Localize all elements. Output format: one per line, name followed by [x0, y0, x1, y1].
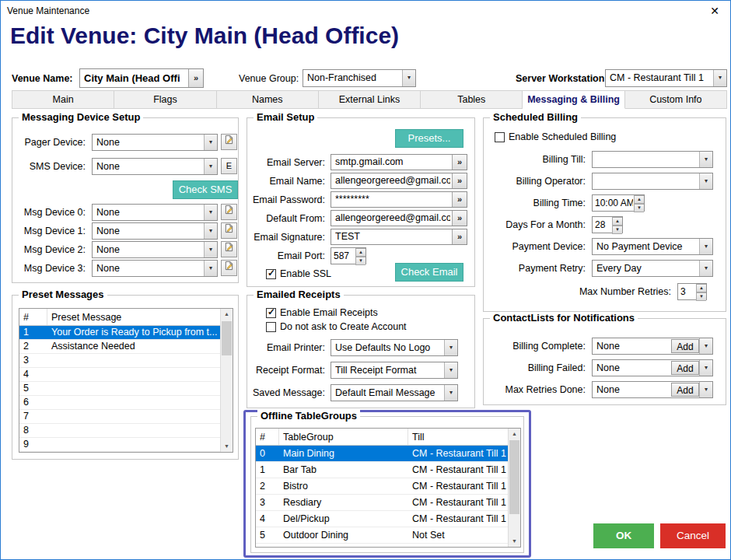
- receipt-format-select[interactable]: Till Receipt Format ▾: [331, 362, 458, 379]
- table-row[interactable]: 2Assistance Needed: [19, 340, 220, 354]
- payment-retry-select[interactable]: Every Day ▾: [592, 260, 713, 277]
- add-button[interactable]: Add: [671, 361, 699, 375]
- table-row[interactable]: 0Main DiningCM - Restaurant Till 1: [256, 446, 508, 462]
- expand-field-icon[interactable]: »: [452, 211, 467, 226]
- column-header-num[interactable]: #: [19, 309, 47, 325]
- expand-field-icon[interactable]: »: [452, 229, 467, 244]
- msg-device-3-select[interactable]: None ▾: [92, 260, 218, 277]
- spin-up-icon[interactable]: ▲: [634, 195, 644, 204]
- edit-message-icon-button[interactable]: [221, 260, 237, 276]
- scroll-thumb[interactable]: [509, 440, 519, 514]
- default-from-input[interactable]: allengeorgereed@gmail.co »: [331, 210, 467, 226]
- billing-time-spinner[interactable]: 10:00 AM ▲▼: [592, 194, 645, 212]
- ok-button[interactable]: OK: [593, 523, 654, 548]
- spin-down-icon[interactable]: ▼: [612, 226, 622, 234]
- expand-field-icon[interactable]: »: [452, 173, 467, 188]
- tab-names[interactable]: Names: [217, 90, 319, 109]
- spin-down-icon[interactable]: ▼: [355, 257, 366, 265]
- table-row[interactable]: 3: [19, 354, 220, 368]
- email-password-input[interactable]: ********* »: [331, 191, 467, 208]
- venue-name-input[interactable]: City Main (Head Offi »: [79, 68, 204, 88]
- table-row[interactable]: 5Outdoor DiningNot Set: [256, 527, 508, 544]
- table-row[interactable]: 9: [19, 438, 220, 452]
- days-for-month-spinner[interactable]: 28 ▲▼: [592, 216, 623, 233]
- scroll-up-icon[interactable]: ▲: [509, 429, 520, 439]
- edit-message-icon-button[interactable]: [221, 222, 237, 239]
- check-email-button[interactable]: Check Email: [395, 263, 463, 282]
- expand-field-icon[interactable]: »: [188, 69, 203, 87]
- msg-device-2-select[interactable]: None ▾: [92, 241, 218, 258]
- billing-till-select[interactable]: ▾: [592, 151, 713, 168]
- tab-tables[interactable]: Tables: [421, 90, 523, 109]
- email-server-input[interactable]: smtp.gmail.com »: [331, 154, 467, 170]
- max-retries-done-select[interactable]: None Add ▾: [592, 381, 713, 398]
- presets-button[interactable]: Presets...: [395, 129, 463, 148]
- chevron-down-icon: ▾: [699, 261, 712, 276]
- tab-external-links[interactable]: External Links: [319, 90, 421, 109]
- email-port-spinner[interactable]: 587 ▲▼: [331, 247, 366, 264]
- table-row[interactable]: 1Your Order is Ready to Pickup from t...: [19, 326, 220, 340]
- email-signature-input[interactable]: TEST »: [331, 229, 467, 245]
- scroll-down-icon[interactable]: ▼: [509, 536, 520, 547]
- table-row[interactable]: 1Bar TabCM - Restaurant Till 1: [256, 462, 508, 478]
- column-header-tablegroup[interactable]: TableGroup: [279, 429, 408, 445]
- tab-main[interactable]: Main: [12, 90, 114, 109]
- tab-flags[interactable]: Flags: [114, 90, 216, 109]
- chevron-down-icon: ▾: [713, 70, 726, 86]
- table-row[interactable]: 7: [19, 410, 220, 424]
- table-row[interactable]: 4Del/PickupCM - Restaurant Till 1: [256, 511, 508, 527]
- table-row[interactable]: 5: [19, 382, 220, 396]
- payment-device-select[interactable]: No Payment Device ▾: [592, 238, 713, 255]
- table-row[interactable]: 6: [19, 396, 220, 410]
- billing-failed-select[interactable]: None Add ▾: [592, 359, 713, 376]
- email-printer-select[interactable]: Use Defaults No Logo ▾: [331, 339, 458, 356]
- spin-up-icon[interactable]: ▲: [355, 248, 366, 257]
- msg-device-1-select[interactable]: None ▾: [92, 222, 218, 240]
- pager-device-select[interactable]: None ▾: [92, 134, 218, 151]
- vertical-scrollbar[interactable]: ▲ ▼: [508, 429, 520, 547]
- scroll-down-icon[interactable]: ▼: [221, 441, 233, 452]
- edit-message-icon-button[interactable]: [221, 134, 237, 150]
- spin-down-icon[interactable]: ▼: [696, 292, 706, 301]
- default-from-label: Default From:: [247, 210, 328, 227]
- enable-email-receipts-checkbox[interactable]: Enable Email Receipts: [266, 306, 378, 319]
- add-button[interactable]: Add: [671, 339, 699, 353]
- spin-down-icon[interactable]: ▼: [634, 204, 644, 212]
- tab-custom-info[interactable]: Custom Info: [625, 90, 727, 109]
- billing-complete-select[interactable]: None Add ▾: [592, 338, 713, 355]
- scroll-up-icon[interactable]: ▲: [221, 309, 233, 320]
- spin-up-icon[interactable]: ▲: [612, 217, 622, 226]
- scroll-thumb[interactable]: [222, 321, 232, 355]
- vertical-scrollbar[interactable]: ▲ ▼: [220, 309, 233, 452]
- venue-group-select[interactable]: Non-Franchised ▾: [303, 69, 416, 87]
- max-number-retries-spinner[interactable]: 3 ▲▼: [677, 283, 707, 300]
- enable-ssl-checkbox[interactable]: Enable SSL: [266, 268, 331, 280]
- column-header-num[interactable]: #: [256, 429, 279, 445]
- sms-e-button[interactable]: E: [221, 158, 237, 174]
- add-button[interactable]: Add: [671, 383, 699, 397]
- table-row[interactable]: 4: [19, 368, 220, 382]
- table-row[interactable]: 8: [19, 424, 220, 438]
- no-create-account-checkbox[interactable]: Do not ask to Create Account: [266, 320, 407, 333]
- edit-message-icon-button[interactable]: [221, 241, 237, 257]
- sms-device-select[interactable]: None ▾: [92, 158, 218, 175]
- cancel-button[interactable]: Cancel: [660, 523, 726, 548]
- saved-message-select[interactable]: Default Email Message ▾: [331, 384, 458, 401]
- check-sms-button[interactable]: Check SMS: [173, 180, 238, 199]
- table-row[interactable]: 2BistroCM - Restaurant Till 1: [256, 478, 508, 495]
- column-header-till[interactable]: Till: [408, 429, 508, 445]
- expand-field-icon[interactable]: »: [452, 155, 467, 170]
- table-row[interactable]: 3ResdiaryCM - Restaurant Till 1: [256, 495, 508, 511]
- email-name-input[interactable]: allengeorgereed@gmail.co »: [331, 173, 467, 189]
- edit-message-icon-button[interactable]: [221, 204, 237, 220]
- tab-messaging-billing[interactable]: Messaging & Billing: [523, 90, 624, 109]
- close-icon[interactable]: ✕: [702, 1, 727, 21]
- server-workstation-select[interactable]: CM - Restaurant Till 1 ▾: [605, 69, 727, 87]
- billing-operator-select[interactable]: ▾: [592, 173, 713, 190]
- venue-maintenance-dialog: Venue Maintenance ✕ Edit Venue: City Mai…: [0, 0, 731, 560]
- spin-up-icon[interactable]: ▲: [696, 284, 706, 292]
- enable-scheduled-billing-checkbox[interactable]: Enable Scheduled Billing: [495, 131, 616, 143]
- column-header-message[interactable]: Preset Message: [47, 309, 220, 325]
- expand-field-icon[interactable]: »: [452, 192, 467, 207]
- msg-device-0-select[interactable]: None ▾: [92, 204, 218, 221]
